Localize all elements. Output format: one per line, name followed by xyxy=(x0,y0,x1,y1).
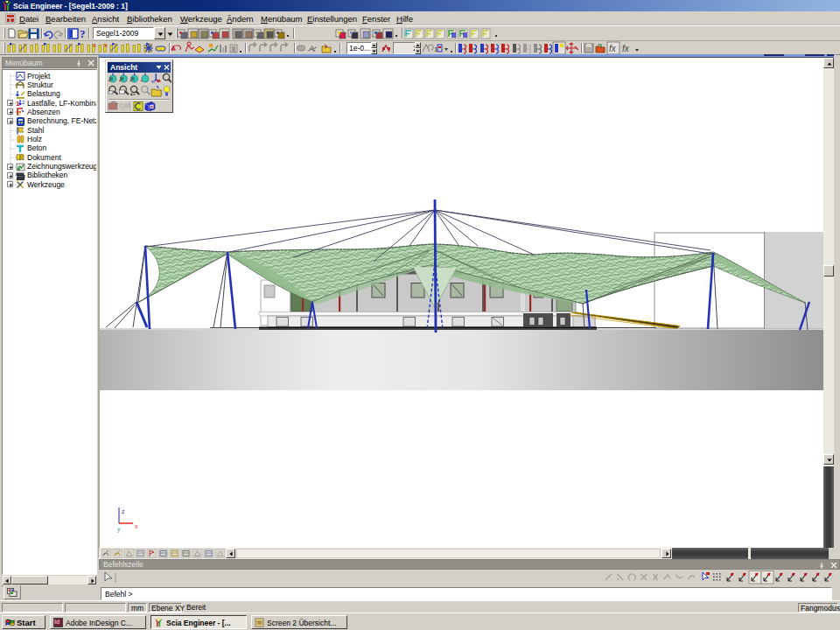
svg-text:x: x xyxy=(135,523,138,529)
svg-text:z: z xyxy=(122,508,125,514)
svg-text:fx: fx xyxy=(609,44,617,53)
svg-text:2: 2 xyxy=(22,100,25,105)
svg-text:Cdd: Cdd xyxy=(119,102,130,108)
svg-text:?: ? xyxy=(80,27,86,40)
svg-text:fx: fx xyxy=(622,44,630,53)
svg-text:y: y xyxy=(117,526,121,533)
